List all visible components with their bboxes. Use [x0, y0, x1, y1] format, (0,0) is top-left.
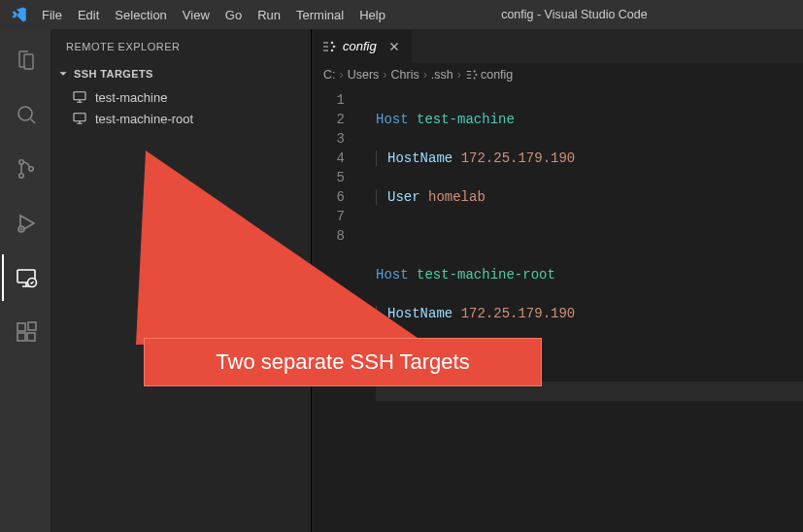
crumb-folder[interactable]: Chris [391, 68, 419, 82]
activity-bar [0, 29, 50, 532]
chevron-right-icon: › [383, 68, 386, 82]
tab-label: config [343, 39, 377, 53]
svg-point-16 [474, 70, 476, 72]
ssh-targets-tree: test-machine test-machine-root [50, 84, 311, 131]
svg-point-14 [333, 45, 336, 48]
menu-go[interactable]: Go [218, 4, 249, 26]
window-title: config - Visual Studio Code [392, 8, 795, 21]
chevron-right-icon: › [340, 68, 344, 82]
callout-text: Two separate SSH Targets [216, 349, 469, 375]
chevron-down-icon [56, 67, 70, 81]
section-label: SSH TARGETS [74, 68, 153, 80]
menu-bar: File Edit Selection View Go Run Terminal… [35, 4, 392, 26]
menu-run[interactable]: Run [251, 4, 287, 26]
annotation-callout: Two separate SSH Targets [144, 338, 542, 386]
svg-point-2 [19, 174, 23, 178]
annotation-arrow [126, 150, 418, 354]
svg-rect-7 [17, 323, 25, 331]
tab-close-icon[interactable] [386, 39, 402, 54]
svg-rect-11 [74, 92, 85, 100]
ssh-targets-section[interactable]: SSH TARGETS [50, 63, 311, 84]
code-content[interactable]: Host test-machine HostName 172.25.179.19… [360, 86, 803, 532]
search-icon[interactable] [2, 91, 49, 138]
settings-file-icon [465, 68, 479, 82]
crumb-file-label: config [481, 68, 513, 82]
svg-point-15 [331, 49, 334, 51]
extensions-icon[interactable] [2, 309, 49, 355]
svg-point-0 [18, 107, 32, 120]
menu-terminal[interactable]: Terminal [289, 4, 351, 26]
svg-rect-9 [27, 333, 35, 341]
tab-config[interactable]: config [312, 29, 413, 63]
settings-file-icon [321, 39, 337, 54]
chevron-right-icon: › [423, 68, 427, 82]
title-bar: File Edit Selection View Go Run Terminal… [0, 0, 803, 29]
menu-edit[interactable]: Edit [71, 4, 106, 26]
ssh-target-label: test-machine [95, 90, 167, 105]
crumb-folder[interactable]: Users [348, 68, 380, 82]
menu-selection[interactable]: Selection [108, 4, 173, 26]
crumb-file[interactable]: config [465, 68, 513, 82]
ssh-target-label: test-machine-root [95, 112, 193, 126]
svg-rect-10 [28, 322, 36, 330]
crumb-drive[interactable]: C: [323, 68, 336, 82]
explorer-icon[interactable] [2, 37, 49, 83]
monitor-icon [72, 89, 87, 105]
svg-marker-19 [136, 150, 418, 345]
svg-point-13 [331, 41, 334, 44]
svg-point-18 [474, 77, 476, 79]
ssh-target-item[interactable]: test-machine-root [50, 108, 311, 129]
source-control-icon[interactable] [2, 146, 49, 192]
svg-point-1 [19, 160, 23, 164]
ssh-target-item[interactable]: test-machine [50, 86, 311, 108]
remote-explorer-icon[interactable] [2, 254, 49, 301]
svg-rect-12 [74, 114, 85, 121]
menu-file[interactable]: File [35, 4, 69, 26]
menu-view[interactable]: View [176, 4, 217, 26]
editor-tabs: config [312, 29, 803, 63]
sidebar-title: Remote Explorer [50, 29, 311, 63]
svg-point-17 [475, 74, 477, 76]
vscode-logo-icon [8, 6, 31, 23]
crumb-folder[interactable]: .ssh [431, 68, 453, 82]
monitor-icon [72, 111, 87, 126]
breadcrumbs[interactable]: C: › Users › Chris › .ssh › config [312, 63, 803, 86]
svg-rect-8 [17, 333, 25, 341]
run-debug-icon[interactable] [2, 200, 49, 247]
menu-help[interactable]: Help [352, 4, 392, 26]
svg-point-3 [29, 167, 33, 171]
chevron-right-icon: › [457, 68, 461, 82]
